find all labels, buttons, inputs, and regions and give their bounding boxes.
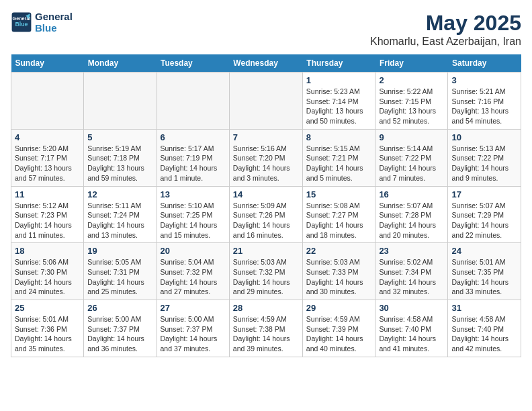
day-number: 28	[233, 303, 299, 313]
day-number: 30	[379, 303, 444, 313]
day-number: 25	[15, 303, 80, 313]
calendar-cell: 24Sunrise: 5:01 AM Sunset: 7:35 PM Dayli…	[448, 243, 521, 300]
calendar-cell: 2Sunrise: 5:22 AM Sunset: 7:15 PM Daylig…	[375, 73, 448, 130]
day-info: Sunrise: 5:20 AM Sunset: 7:17 PM Dayligh…	[15, 144, 80, 183]
day-info: Sunrise: 5:03 AM Sunset: 7:32 PM Dayligh…	[233, 257, 299, 297]
calendar-cell: 21Sunrise: 5:03 AM Sunset: 7:32 PM Dayli…	[229, 243, 302, 300]
calendar-cell: 10Sunrise: 5:13 AM Sunset: 7:22 PM Dayli…	[448, 129, 521, 186]
calendar-cell: 13Sunrise: 5:10 AM Sunset: 7:25 PM Dayli…	[157, 186, 229, 243]
calendar-cell: 29Sunrise: 4:59 AM Sunset: 7:39 PM Dayli…	[302, 300, 375, 357]
calendar-cell	[11, 73, 84, 130]
day-info: Sunrise: 4:59 AM Sunset: 7:39 PM Dayligh…	[306, 314, 372, 354]
weekday-header-tuesday: Tuesday	[157, 54, 229, 73]
day-info: Sunrise: 5:13 AM Sunset: 7:22 PM Dayligh…	[451, 144, 517, 183]
day-number: 9	[379, 132, 444, 142]
day-number: 10	[451, 132, 517, 142]
calendar-week-3: 11Sunrise: 5:12 AM Sunset: 7:23 PM Dayli…	[11, 186, 521, 243]
calendar-week-2: 4Sunrise: 5:20 AM Sunset: 7:17 PM Daylig…	[11, 129, 521, 186]
day-number: 13	[161, 189, 226, 199]
calendar-table: SundayMondayTuesdayWednesdayThursdayFrid…	[11, 54, 521, 357]
day-number: 17	[451, 189, 517, 199]
calendar-cell: 6Sunrise: 5:17 AM Sunset: 7:19 PM Daylig…	[157, 129, 229, 186]
weekday-header-monday: Monday	[84, 54, 157, 73]
calendar-cell: 18Sunrise: 5:06 AM Sunset: 7:30 PM Dayli…	[11, 243, 84, 300]
day-number: 4	[15, 132, 80, 142]
day-number: 29	[306, 303, 372, 313]
day-number: 2	[379, 75, 444, 85]
day-info: Sunrise: 5:07 AM Sunset: 7:29 PM Dayligh…	[451, 201, 517, 240]
calendar-cell: 31Sunrise: 4:58 AM Sunset: 7:40 PM Dayli…	[448, 300, 521, 357]
day-info: Sunrise: 5:23 AM Sunset: 7:14 PM Dayligh…	[306, 87, 372, 126]
day-info: Sunrise: 5:19 AM Sunset: 7:18 PM Dayligh…	[87, 144, 152, 183]
day-number: 19	[87, 246, 152, 256]
day-number: 22	[306, 246, 372, 256]
day-info: Sunrise: 5:10 AM Sunset: 7:25 PM Dayligh…	[161, 201, 226, 240]
calendar-cell: 9Sunrise: 5:14 AM Sunset: 7:22 PM Daylig…	[375, 129, 448, 186]
day-info: Sunrise: 5:12 AM Sunset: 7:23 PM Dayligh…	[15, 201, 80, 240]
day-number: 3	[451, 75, 517, 85]
day-number: 14	[233, 189, 299, 199]
day-number: 5	[87, 132, 152, 142]
day-number: 12	[87, 189, 152, 199]
day-number: 20	[161, 246, 226, 256]
day-info: Sunrise: 5:02 AM Sunset: 7:34 PM Dayligh…	[379, 257, 444, 297]
weekday-header-wednesday: Wednesday	[229, 54, 302, 73]
calendar-cell: 5Sunrise: 5:19 AM Sunset: 7:18 PM Daylig…	[84, 129, 157, 186]
day-info: Sunrise: 5:07 AM Sunset: 7:28 PM Dayligh…	[379, 201, 444, 240]
title-area: May 2025 Khomarlu, East Azerbaijan, Iran	[370, 11, 521, 48]
day-info: Sunrise: 5:00 AM Sunset: 7:37 PM Dayligh…	[87, 314, 152, 354]
calendar-cell: 3Sunrise: 5:21 AM Sunset: 7:16 PM Daylig…	[448, 73, 521, 130]
weekday-header-friday: Friday	[375, 54, 448, 73]
day-number: 18	[15, 246, 80, 256]
day-number: 21	[233, 246, 299, 256]
location-title: Khomarlu, East Azerbaijan, Iran	[370, 36, 521, 48]
svg-text:Blue: Blue	[15, 21, 28, 28]
calendar-cell: 20Sunrise: 5:04 AM Sunset: 7:32 PM Dayli…	[157, 243, 229, 300]
calendar-cell: 27Sunrise: 5:00 AM Sunset: 7:37 PM Dayli…	[157, 300, 229, 357]
calendar-cell: 15Sunrise: 5:08 AM Sunset: 7:27 PM Dayli…	[302, 186, 375, 243]
calendar-cell: 30Sunrise: 4:58 AM Sunset: 7:40 PM Dayli…	[375, 300, 448, 357]
calendar-week-4: 18Sunrise: 5:06 AM Sunset: 7:30 PM Dayli…	[11, 243, 521, 300]
day-number: 15	[306, 189, 372, 199]
day-info: Sunrise: 5:09 AM Sunset: 7:26 PM Dayligh…	[233, 201, 299, 240]
day-info: Sunrise: 5:04 AM Sunset: 7:32 PM Dayligh…	[161, 257, 226, 297]
day-info: Sunrise: 4:58 AM Sunset: 7:40 PM Dayligh…	[379, 314, 444, 354]
calendar-cell: 23Sunrise: 5:02 AM Sunset: 7:34 PM Dayli…	[375, 243, 448, 300]
calendar-cell: 26Sunrise: 5:00 AM Sunset: 7:37 PM Dayli…	[84, 300, 157, 357]
day-info: Sunrise: 5:05 AM Sunset: 7:31 PM Dayligh…	[87, 257, 152, 297]
weekday-header-thursday: Thursday	[302, 54, 375, 73]
day-number: 16	[379, 189, 444, 199]
calendar-cell	[84, 73, 157, 130]
day-info: Sunrise: 5:06 AM Sunset: 7:30 PM Dayligh…	[15, 257, 80, 297]
day-info: Sunrise: 4:59 AM Sunset: 7:38 PM Dayligh…	[233, 314, 299, 354]
calendar-cell: 25Sunrise: 5:01 AM Sunset: 7:36 PM Dayli…	[11, 300, 84, 357]
day-number: 1	[306, 75, 372, 85]
calendar-cell: 4Sunrise: 5:20 AM Sunset: 7:17 PM Daylig…	[11, 129, 84, 186]
calendar-cell: 12Sunrise: 5:11 AM Sunset: 7:24 PM Dayli…	[84, 186, 157, 243]
day-number: 23	[379, 246, 444, 256]
day-info: Sunrise: 5:01 AM Sunset: 7:36 PM Dayligh…	[15, 314, 80, 354]
day-info: Sunrise: 5:14 AM Sunset: 7:22 PM Dayligh…	[379, 144, 444, 183]
page-header: General Blue GeneralBlue May 2025 Khomar…	[11, 11, 521, 48]
calendar-cell: 17Sunrise: 5:07 AM Sunset: 7:29 PM Dayli…	[448, 186, 521, 243]
day-info: Sunrise: 5:21 AM Sunset: 7:16 PM Dayligh…	[451, 87, 517, 126]
day-number: 7	[233, 132, 299, 142]
calendar-cell: 19Sunrise: 5:05 AM Sunset: 7:31 PM Dayli…	[84, 243, 157, 300]
weekday-header-sunday: Sunday	[11, 54, 84, 73]
day-info: Sunrise: 4:58 AM Sunset: 7:40 PM Dayligh…	[451, 314, 517, 354]
day-number: 24	[451, 246, 517, 256]
day-number: 26	[87, 303, 152, 313]
day-info: Sunrise: 5:08 AM Sunset: 7:27 PM Dayligh…	[306, 201, 372, 240]
calendar-cell: 14Sunrise: 5:09 AM Sunset: 7:26 PM Dayli…	[229, 186, 302, 243]
day-number: 27	[161, 303, 226, 313]
day-info: Sunrise: 5:22 AM Sunset: 7:15 PM Dayligh…	[379, 87, 444, 126]
calendar-cell: 28Sunrise: 4:59 AM Sunset: 7:38 PM Dayli…	[229, 300, 302, 357]
day-info: Sunrise: 5:15 AM Sunset: 7:21 PM Dayligh…	[306, 144, 372, 183]
calendar-cell: 11Sunrise: 5:12 AM Sunset: 7:23 PM Dayli…	[11, 186, 84, 243]
day-number: 11	[15, 189, 80, 199]
calendar-cell: 8Sunrise: 5:15 AM Sunset: 7:21 PM Daylig…	[302, 129, 375, 186]
weekday-header-saturday: Saturday	[448, 54, 521, 73]
calendar-cell: 7Sunrise: 5:16 AM Sunset: 7:20 PM Daylig…	[229, 129, 302, 186]
day-number: 6	[161, 132, 226, 142]
day-number: 8	[306, 132, 372, 142]
